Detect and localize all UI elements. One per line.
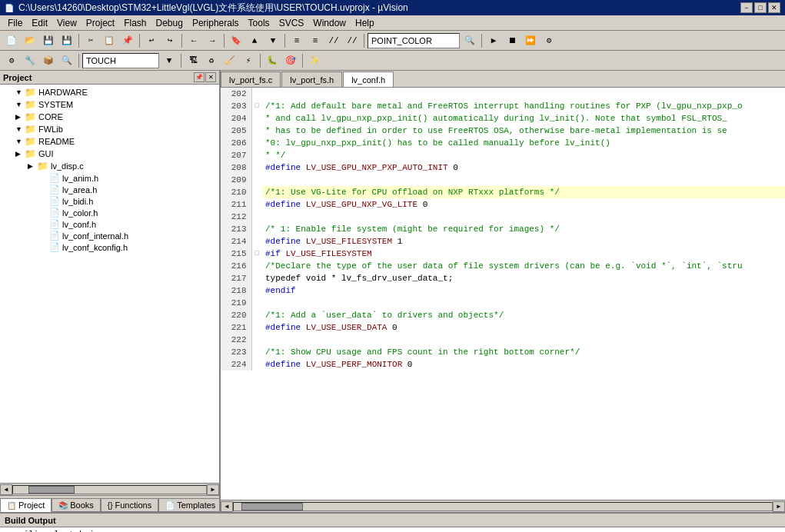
t2-magic-btn[interactable]: ✨ <box>306 52 323 69</box>
sep3 <box>181 34 182 48</box>
tree-item-lv-bidi[interactable]: 📄 lv_bidi.h <box>0 195 219 207</box>
panel-pin-btn[interactable]: 📌 <box>194 72 205 82</box>
tree-arrow-readme: ▼ <box>15 138 25 145</box>
open-btn[interactable]: 📂 <box>22 32 38 49</box>
line-number: 203 <box>221 100 251 112</box>
line-marker <box>251 137 262 149</box>
t2-target-btn[interactable]: 🎯 <box>282 52 299 69</box>
line-marker <box>251 88 262 100</box>
code-hscroll-left[interactable]: ◀ <box>221 501 233 512</box>
paste-btn[interactable]: 📌 <box>119 32 136 49</box>
undo-btn[interactable]: ↩ <box>143 32 160 49</box>
menu-help[interactable]: Help <box>351 16 379 30</box>
tree-item-lv-conf-kconfig[interactable]: 📄 lv_conf_kconfig.h <box>0 241 219 253</box>
t2-dropdown[interactable]: ▼ <box>161 52 178 69</box>
editor-tab-lv-port-fs-h[interactable]: lv_port_fs.h <box>281 71 342 87</box>
panel-close-btn[interactable]: ✕ <box>205 72 216 82</box>
hscroll-track[interactable] <box>12 485 207 494</box>
sep11 <box>302 54 303 68</box>
menu-svcs[interactable]: SVCS <box>274 16 309 30</box>
menu-debug[interactable]: Debug <box>151 16 188 30</box>
hscroll-thumb[interactable] <box>28 486 75 494</box>
menu-flash[interactable]: Flash <box>119 16 151 30</box>
project-input[interactable] <box>82 53 159 68</box>
bookmark-btn[interactable]: 🔖 <box>228 32 244 49</box>
t2-btn3[interactable]: 📦 <box>40 52 57 69</box>
editor-tab-lv-port-fs-c[interactable]: lv_port_fs.c <box>221 71 281 87</box>
tree-item-lv-color[interactable]: 📄 lv_color.h <box>0 207 219 218</box>
table-row: 208#define LV_USE_GPU_NXP_PXP_AUTO_INIT … <box>221 161 785 174</box>
code-area[interactable]: 202 203□/*1: Add default bare metal and … <box>221 88 785 500</box>
cfg-btn[interactable]: ⚙ <box>541 32 557 49</box>
outdent-btn[interactable]: ≡ <box>307 32 324 49</box>
t2-clean-btn[interactable]: 🧹 <box>221 52 238 69</box>
menu-file[interactable]: File <box>3 16 27 30</box>
hscroll-left-btn[interactable]: ◀ <box>0 484 12 495</box>
tab-books[interactable]: 📚 Books <box>52 498 101 512</box>
tree-label-system: SYSTEM <box>38 100 73 109</box>
run-btn[interactable]: ▶ <box>485 32 502 49</box>
symbol-input[interactable] <box>368 33 460 48</box>
comment-btn[interactable]: // <box>325 32 342 49</box>
tree-label-lv-disp: lv_disp.c <box>51 161 84 171</box>
editor-tab-lv-conf-h[interactable]: lv_conf.h <box>343 71 394 87</box>
t2-btn4[interactable]: 🔍 <box>58 52 75 69</box>
tab-functions[interactable]: {} Functions <box>101 498 158 512</box>
menu-tools[interactable]: Tools <box>244 16 274 30</box>
t2-btn2[interactable]: 🔧 <box>22 52 38 69</box>
menu-peripherals[interactable]: Peripherals <box>188 16 244 30</box>
t2-rebuild-btn[interactable]: ♻ <box>203 52 220 69</box>
tree-item-lv-conf-internal[interactable]: 📄 lv_conf_internal.h <box>0 230 219 241</box>
code-hscroll-track[interactable] <box>233 502 773 511</box>
save-btn[interactable]: 💾 <box>40 32 57 49</box>
prev-bookmark-btn[interactable]: ▲ <box>246 32 263 49</box>
code-hscroll-thumb[interactable] <box>241 503 303 510</box>
code-hscroll-right[interactable]: ▶ <box>773 501 785 512</box>
tree-item-hardware[interactable]: ▼ 📁 HARDWARE <box>0 86 219 98</box>
stop-btn[interactable]: ⏹ <box>504 32 521 49</box>
tree-item-fwlib[interactable]: ▼ 📁 FWLib <box>0 123 219 135</box>
menu-view[interactable]: View <box>52 16 81 30</box>
line-number: 219 <box>221 297 251 309</box>
copy-btn[interactable]: 📋 <box>101 32 118 49</box>
t2-debug-btn[interactable]: 🐛 <box>264 52 281 69</box>
new-btn[interactable]: 📄 <box>3 32 20 49</box>
uncomment-btn[interactable]: // <box>344 32 361 49</box>
tree-item-lv-conf[interactable]: 📄 lv_conf.h <box>0 218 219 230</box>
step-btn[interactable]: ⏩ <box>522 32 539 49</box>
code-hscroll[interactable]: ◀ ▶ <box>221 500 785 512</box>
t2-btn1[interactable]: ⚙ <box>3 52 20 69</box>
menu-window[interactable]: Window <box>308 16 351 30</box>
table-row: 222 <box>221 334 785 346</box>
build-content[interactable]: compiling lv_tabview.c...compiling lv_ti… <box>0 527 785 532</box>
tree-item-gui[interactable]: ▶ 📁 GUI <box>0 148 219 160</box>
redo-btn[interactable]: ↪ <box>161 32 178 49</box>
file-icon-lv-conf: 📄 <box>49 219 60 229</box>
close-button[interactable]: ✕ <box>768 2 780 13</box>
menu-project[interactable]: Project <box>81 16 119 30</box>
menu-edit[interactable]: Edit <box>27 16 52 30</box>
nav-fwd-btn[interactable]: → <box>204 32 221 49</box>
tree-item-lv-disp[interactable]: ▶ 📁 lv_disp.c <box>0 160 219 172</box>
left-panel-hscroll[interactable]: ◀ ▶ <box>0 483 219 495</box>
maximize-button[interactable]: □ <box>754 2 767 13</box>
hscroll-right-btn[interactable]: ▶ <box>207 484 219 495</box>
tree-item-system[interactable]: ▼ 📁 SYSTEM <box>0 98 219 111</box>
cut-btn[interactable]: ✂ <box>82 32 99 49</box>
t2-build-btn[interactable]: 🏗 <box>185 52 201 69</box>
find-btn[interactable]: 🔍 <box>461 32 478 49</box>
nav-back-btn[interactable]: ← <box>185 32 202 49</box>
tree-item-lv-area[interactable]: 📄 lv_area.h <box>0 184 219 195</box>
tab-project[interactable]: 📋 Project <box>0 498 52 512</box>
next-bookmark-btn[interactable]: ▼ <box>264 32 281 49</box>
line-number: 215 <box>221 248 251 260</box>
t2-flash-btn[interactable]: ⚡ <box>240 52 257 69</box>
tree-item-readme[interactable]: ▼ 📁 README <box>0 135 219 148</box>
indent-btn[interactable]: ≡ <box>288 32 305 49</box>
save-all-btn[interactable]: 💾 <box>58 32 75 49</box>
tree-item-lv-anim[interactable]: 📄 lv_anim.h <box>0 172 219 184</box>
tree-item-core[interactable]: ▶ 📁 CORE <box>0 111 219 123</box>
tab-templates[interactable]: 📄 Templates <box>158 498 221 512</box>
minimize-button[interactable]: − <box>740 2 753 13</box>
line-marker <box>251 174 262 186</box>
